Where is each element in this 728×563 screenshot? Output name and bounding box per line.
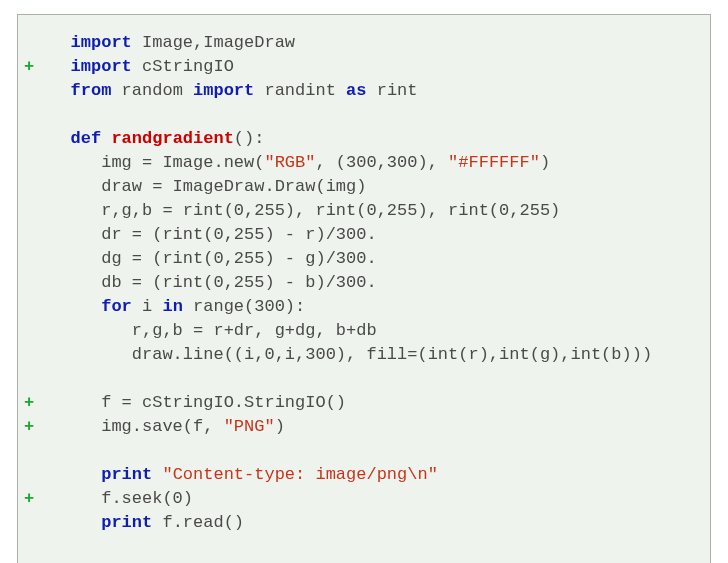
code-content [40,535,698,559]
token-plain [40,465,101,484]
code-line: + import cStringIO [18,55,698,79]
diff-marker: + [18,415,40,439]
code-line: r,g,b = rint(0,255), rint(0,255), rint(0… [18,199,698,223]
diff-marker [18,367,40,391]
diff-marker [18,175,40,199]
code-content: print "Content-type: image/png\n" [40,463,698,487]
diff-marker: + [18,55,40,79]
code-content [40,367,698,391]
code-line: from random import randint as rint [18,79,698,103]
code-content: r,g,b = rint(0,255), rint(0,255), rint(0… [40,199,698,223]
diff-marker [18,127,40,151]
token-plain: img.save(f, [40,417,224,436]
diff-marker [18,295,40,319]
token-plain: f.read() [152,513,244,532]
token-plain: ) [540,153,550,172]
token-plain: Image,ImageDraw [132,33,295,52]
code-line: + f.seek(0) [18,487,698,511]
token-kw: import [193,81,254,100]
code-content: draw = ImageDraw.Draw(img) [40,175,698,199]
diff-marker [18,271,40,295]
code-line [18,367,698,391]
code-line: print f.read() [18,511,698,535]
token-plain: , (300,300), [315,153,448,172]
token-kw: def [71,129,102,148]
diff-marker [18,151,40,175]
code-line: draw.line((i,0,i,300), fill=(int(r),int(… [18,343,698,367]
diff-marker [18,247,40,271]
code-content [40,103,698,127]
diff-marker [18,511,40,535]
diff-marker [18,343,40,367]
code-content: f.seek(0) [40,487,698,511]
token-plain: dg = (rint(0,255) - g)/300. [40,249,377,268]
token-plain: rint [367,81,418,100]
code-line: img = Image.new("RGB", (300,300), "#FFFF… [18,151,698,175]
token-plain [40,129,71,148]
code-content: if __name__ == "__main__": [40,559,698,563]
token-plain [152,465,162,484]
token-plain: draw.line((i,0,i,300), fill=(int(r),int(… [40,345,652,364]
token-fn: randgradient [111,129,233,148]
code-content: print f.read() [40,511,698,535]
code-content: for i in range(300): [40,295,698,319]
code-content: img.save(f, "PNG") [40,415,698,439]
token-kw: print [101,513,152,532]
token-str: "Content-type: image/png\n" [162,465,437,484]
code-content [40,439,698,463]
token-plain: draw = ImageDraw.Draw(img) [40,177,366,196]
token-plain [40,513,101,532]
token-str: "RGB" [264,153,315,172]
token-plain [40,57,71,76]
code-content: r,g,b = r+dr, g+dg, b+db [40,319,698,343]
token-plain [40,81,71,100]
token-plain [40,33,71,52]
token-plain: r,g,b = r+dr, g+dg, b+db [40,321,377,340]
diff-marker [18,535,40,559]
token-kw: in [162,297,182,316]
code-line: for i in range(300): [18,295,698,319]
code-line: draw = ImageDraw.Draw(img) [18,175,698,199]
token-plain: dr = (rint(0,255) - r)/300. [40,225,377,244]
token-kw: for [101,297,132,316]
code-line: dg = (rint(0,255) - g)/300. [18,247,698,271]
code-content: dr = (rint(0,255) - r)/300. [40,223,698,247]
token-plain: randint [254,81,346,100]
token-plain: img = Image.new( [40,153,264,172]
token-kw: as [346,81,366,100]
diff-marker [18,31,40,55]
token-kw: from [71,81,112,100]
diff-marker: + [18,391,40,415]
diff-marker [18,223,40,247]
token-plain: ) [275,417,285,436]
diff-marker [18,79,40,103]
code-line [18,439,698,463]
token-str: "#FFFFFF" [448,153,540,172]
code-content: draw.line((i,0,i,300), fill=(int(r),int(… [40,343,698,367]
token-plain: f = cStringIO.StringIO() [40,393,346,412]
token-kw: import [71,57,132,76]
code-content: img = Image.new("RGB", (300,300), "#FFFF… [40,151,698,175]
diff-marker [18,199,40,223]
token-plain: db = (rint(0,255) - b)/300. [40,273,377,292]
code-content: f = cStringIO.StringIO() [40,391,698,415]
code-line: + f = cStringIO.StringIO() [18,391,698,415]
token-plain: cStringIO [132,57,234,76]
diff-marker [18,559,40,563]
diff-marker [18,103,40,127]
diff-marker [18,439,40,463]
code-line: print "Content-type: image/png\n" [18,463,698,487]
token-str: "PNG" [224,417,275,436]
code-line: r,g,b = r+dr, g+dg, b+db [18,319,698,343]
token-plain: f.seek(0) [40,489,193,508]
code-line: def randgradient(): [18,127,698,151]
code-line [18,535,698,559]
code-line [18,103,698,127]
code-content: dg = (rint(0,255) - g)/300. [40,247,698,271]
token-plain: r,g,b = rint(0,255), rint(0,255), rint(0… [40,201,560,220]
code-line: import Image,ImageDraw [18,31,698,55]
code-line: + img.save(f, "PNG") [18,415,698,439]
token-plain: i [132,297,163,316]
code-line: if __name__ == "__main__": [18,559,698,563]
code-line: db = (rint(0,255) - b)/300. [18,271,698,295]
